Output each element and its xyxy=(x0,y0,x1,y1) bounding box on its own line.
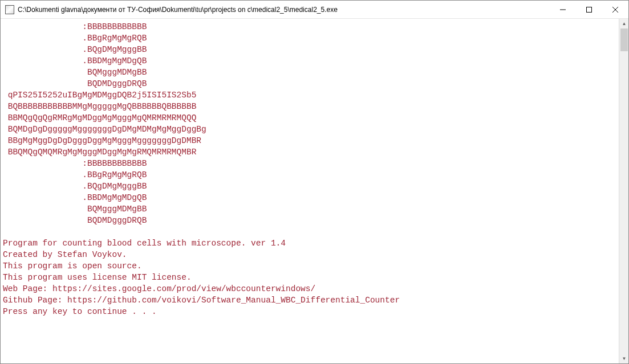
scroll-up-arrow[interactable]: ▲ xyxy=(619,19,629,28)
maximize-icon xyxy=(586,7,592,13)
ascii-art-line: BBQMQgQMQMRgMgMgggMDggMgMgRMQMRMRMQMBR xyxy=(3,148,196,157)
press-any-key: Press any key to continue . . . xyxy=(3,307,157,316)
opensource-line: This program is open source. xyxy=(3,261,142,271)
scroll-thumb[interactable] xyxy=(620,28,628,51)
ascii-art-line: .BBDMgMgMDgQB xyxy=(3,193,147,202)
ascii-art-line: .BQgDMgMgggBB xyxy=(3,182,147,191)
author-line: Created by Stefan Voykov. xyxy=(3,250,127,259)
ascii-art-line: .BQgDMgMgggBB xyxy=(3,45,147,54)
ascii-art-line: BQMgggMDMgBB xyxy=(3,68,147,77)
ascii-art-line: BBMQgQgQgRMRgMgMDggMgMgggMgQMRMRMRMQQQ xyxy=(3,113,196,122)
ascii-art-line: :BBBBBBBBBBBB xyxy=(3,159,147,168)
github-line: Github Page: https://github.com/voikovi/… xyxy=(3,296,400,305)
vertical-scrollbar[interactable]: ▲ ▼ xyxy=(619,19,628,363)
minimize-icon xyxy=(560,7,566,13)
ascii-art-line: BQDMDgggDRQB xyxy=(3,79,147,88)
close-icon xyxy=(612,7,618,13)
scroll-down-arrow[interactable]: ▼ xyxy=(619,354,629,363)
ascii-art-line: BQDMDgggDRQB xyxy=(3,216,147,225)
window-title: C:\Dokumenti glavna\документи от ТУ-Софи… xyxy=(18,6,550,14)
window-controls xyxy=(550,1,628,18)
app-window: C:\Dokumenti glavna\документи от ТУ-Софи… xyxy=(0,0,629,364)
maximize-button[interactable] xyxy=(576,1,602,18)
ascii-art-line: .BBDMgMgMDgQB xyxy=(3,56,147,66)
ascii-art-line: .BBgRgMgMgRQB xyxy=(3,170,147,179)
ascii-art-line: BQMgggMDMgBB xyxy=(3,205,147,214)
app-icon xyxy=(5,5,14,14)
titlebar: C:\Dokumenti glavna\документи от ТУ-Софи… xyxy=(1,1,628,19)
webpage-line: Web Page: https://sites.google.com/prod/… xyxy=(3,284,315,293)
console-output: :BBBBBBBBBBBB .BBgRgMgMgRQB .BQgDMgMgggB… xyxy=(1,19,619,363)
ascii-art-line: BBgMgMggDgDgDgggDggMgMgggMgggggggDgDMBR xyxy=(3,136,201,145)
ascii-art-line: :BBBBBBBBBBBB xyxy=(3,22,147,31)
ascii-art-line: .BBgRgMgMgRQB xyxy=(3,34,147,43)
console-area: :BBBBBBBBBBBB .BBgRgMgMgRQB .BQgDMgMgggB… xyxy=(1,19,628,363)
program-description: Program for counting blood cells with mi… xyxy=(3,239,286,248)
ascii-art-line: BQBBBBBBBBBBBMMgMgggggMgQBBBBBBQBBBBBB xyxy=(3,102,196,111)
ascii-art-line: BQMDgDgDgggggMgggggggDgDMgMDMgMgMggDggBg xyxy=(3,125,206,134)
minimize-button[interactable] xyxy=(550,1,576,18)
license-line: This program uses license MIT license. xyxy=(3,273,192,282)
close-button[interactable] xyxy=(602,1,628,18)
ascii-art-line: qPIS25I5252uIBgMgMDMggDQB2j5ISI5IS2Sb5 xyxy=(3,91,196,100)
svg-rect-1 xyxy=(587,7,592,12)
